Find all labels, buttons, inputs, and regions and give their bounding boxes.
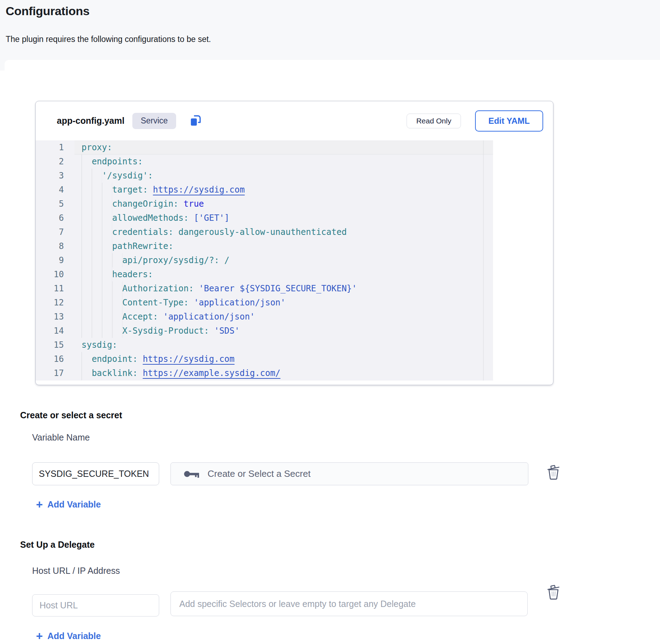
indent-guide <box>82 211 112 225</box>
editor-scrollbar[interactable] <box>483 140 493 381</box>
yaml-code-editor[interactable]: 1proxy:2endpoints:3'/sysdig':4target: ht… <box>36 140 493 381</box>
indent-guide <box>82 324 122 338</box>
copy-button[interactable] <box>188 113 204 129</box>
code-token <box>138 354 143 364</box>
delete-variable-button[interactable] <box>546 463 562 481</box>
code-lines: 1proxy:2endpoints:3'/sysdig':4target: ht… <box>36 140 493 380</box>
code-link[interactable]: https://example.sysdig.com/ <box>143 368 280 378</box>
delete-delegate-button[interactable] <box>546 583 562 601</box>
code-token: changeOrigin: <box>112 199 179 209</box>
code-line-content: headers: <box>74 267 493 281</box>
code-link[interactable]: https://sysdig.com <box>153 185 245 195</box>
line-number: 17 <box>36 366 74 380</box>
code-token <box>173 227 178 237</box>
code-token: 'application/json' <box>194 298 286 308</box>
code-token: Authorization: <box>122 284 194 293</box>
code-line: 3'/sysdig': <box>36 169 493 183</box>
host-url-label: Host URL / IP Address <box>32 566 120 576</box>
indent-guide <box>82 281 122 296</box>
code-line: 14X-Sysdig-Product: 'SDS' <box>36 324 493 338</box>
code-line-content: endpoints: <box>74 154 493 169</box>
add-variable-label: Add Variable <box>47 499 101 510</box>
code-line: 10headers: <box>36 267 493 281</box>
editor-header: app-config.yaml Service Read Only Edit Y… <box>36 101 553 140</box>
code-token <box>188 298 193 308</box>
code-line: 7credentials: dangerously-allow-unauthen… <box>36 225 493 239</box>
line-number: 12 <box>36 296 74 310</box>
variable-name-input[interactable] <box>32 462 159 485</box>
code-token <box>148 185 153 195</box>
code-line-content: proxy: <box>74 140 493 154</box>
yaml-editor-card: app-config.yaml Service Read Only Edit Y… <box>35 101 553 385</box>
line-number: 11 <box>36 281 74 296</box>
code-token: endpoints: <box>92 157 143 166</box>
line-number: 1 <box>36 140 74 154</box>
code-line-content: Authorization: 'Bearer ${SYSDIG_SECURE_T… <box>74 281 493 296</box>
code-token <box>194 284 199 293</box>
indent-guide <box>82 239 112 253</box>
line-number: 6 <box>36 211 74 225</box>
code-token <box>158 312 163 322</box>
line-number: 16 <box>36 352 74 366</box>
code-line: 16endpoint: https://sysdig.com <box>36 352 493 366</box>
copy-icon <box>189 114 203 128</box>
code-line-content: changeOrigin: true <box>74 197 493 211</box>
code-line: 12Content-Type: 'application/json' <box>36 296 493 310</box>
code-line: 1proxy: <box>36 140 493 154</box>
code-token: Accept: <box>122 312 158 322</box>
add-variable-button[interactable]: + Add Variable <box>36 499 101 510</box>
indent-guide <box>82 267 112 281</box>
code-line: 5changeOrigin: true <box>36 197 493 211</box>
code-token: allowedMethods: <box>112 213 189 223</box>
indent-guide <box>82 296 122 310</box>
indent-guide <box>82 225 112 239</box>
code-token <box>179 199 184 209</box>
delegate-selectors-input[interactable] <box>170 591 528 616</box>
secret-select[interactable]: Create or Select a Secret <box>170 462 528 485</box>
code-line: 17backlink: https://example.sysdig.com/ <box>36 366 493 380</box>
indent-guide <box>82 183 112 197</box>
code-token: sysdig: <box>82 340 117 350</box>
code-token <box>209 326 214 336</box>
code-token: proxy: <box>82 142 112 152</box>
plus-icon: + <box>36 631 43 641</box>
service-badge: Service <box>132 113 176 129</box>
code-line: 6allowedMethods: ['GET'] <box>36 211 493 225</box>
secret-section-heading: Create or select a secret <box>20 410 122 420</box>
indent-guide <box>82 253 122 267</box>
plus-icon: + <box>36 500 43 510</box>
code-token: 'application/json' <box>163 312 255 322</box>
code-token: backlink: <box>92 368 138 378</box>
code-line: 8pathRewrite: <box>36 239 493 253</box>
code-token: api/proxy/sysdig/?: <box>122 255 220 265</box>
code-token <box>219 255 224 265</box>
code-token: 'SDS' <box>214 326 240 336</box>
code-line-content: '/sysdig': <box>74 169 493 183</box>
line-number: 15 <box>36 338 74 352</box>
code-line: 15sysdig: <box>36 338 493 352</box>
page-title: Configurations <box>6 4 90 18</box>
read-only-button[interactable]: Read Only <box>407 114 461 128</box>
line-number: 9 <box>36 253 74 267</box>
indent-guide <box>82 310 122 324</box>
line-number: 5 <box>36 197 74 211</box>
line-number: 10 <box>36 267 74 281</box>
code-token: X-Sysdig-Product: <box>122 326 209 336</box>
line-number: 2 <box>36 154 74 169</box>
trash-icon <box>546 463 562 481</box>
code-link[interactable]: https://sysdig.com <box>143 354 234 364</box>
add-delegate-variable-button[interactable]: + Add Variable <box>36 631 101 641</box>
code-line-content: pathRewrite: <box>74 239 493 253</box>
code-line: 2endpoints: <box>36 154 493 169</box>
edit-yaml-button[interactable]: Edit YAML <box>475 110 543 132</box>
code-line: 13Accept: 'application/json' <box>36 310 493 324</box>
code-token: '/sysdig': <box>102 171 153 181</box>
host-url-input[interactable] <box>32 594 159 616</box>
code-token: / <box>224 255 229 265</box>
delegate-section-heading: Set Up a Delegate <box>20 540 95 550</box>
code-line-content: credentials: dangerously-allow-unauthent… <box>74 225 493 239</box>
code-line-content: allowedMethods: ['GET'] <box>74 211 493 225</box>
code-line-content: endpoint: https://sysdig.com <box>74 352 493 366</box>
code-token: endpoint: <box>92 354 138 364</box>
code-token: credentials: <box>112 227 173 237</box>
